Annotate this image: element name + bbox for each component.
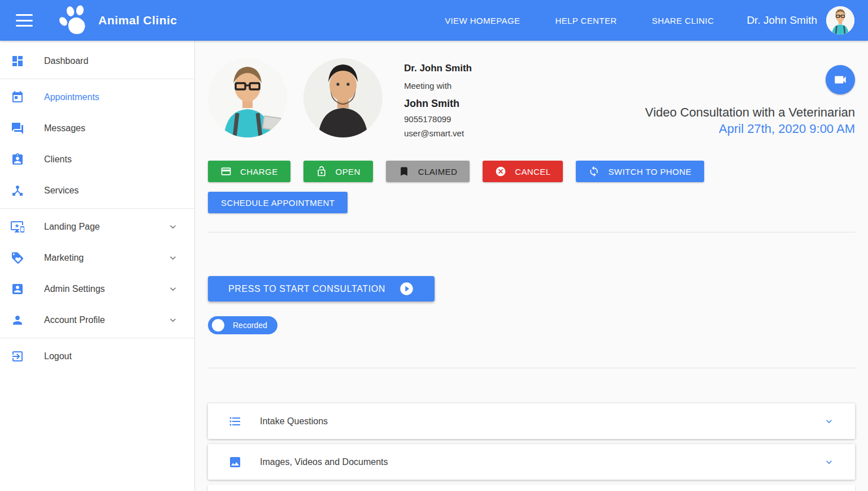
user-avatar[interactable] — [826, 6, 854, 35]
meeting-info: Dr. John Smith Meeting with John Smith 9… — [404, 58, 472, 138]
videocam-icon — [833, 72, 848, 87]
section-intake-questions[interactable]: Intake Questions — [208, 403, 855, 439]
toggle-knob — [212, 319, 224, 331]
button-label: CANCEL — [515, 167, 550, 176]
doctor-avatar — [208, 58, 287, 137]
sidebar-item-label: Messages — [44, 123, 85, 133]
cancel-button[interactable]: CANCEL — [483, 161, 563, 182]
appointment-datetime: April 27th, 2020 9:00 AM — [719, 122, 855, 136]
appointment-header: Dr. John Smith Meeting with John Smith 9… — [208, 58, 855, 138]
claimed-button[interactable]: CLAIMED — [386, 161, 470, 182]
sidebar-item-services[interactable]: Services — [0, 175, 194, 206]
button-label: OPEN — [336, 167, 361, 176]
button-label: PRESS TO START CONSULTATION — [228, 284, 385, 294]
sidebar-item-label: Marketing — [44, 253, 84, 263]
switch-to-phone-button[interactable]: SWITCH TO PHONE — [576, 161, 704, 182]
divider — [208, 368, 855, 368]
brand-name: Animal Clinic — [98, 14, 177, 27]
chevron-down-icon — [167, 283, 179, 295]
image-icon — [228, 455, 242, 469]
toggle-label: Recorded — [233, 321, 267, 330]
schedule-appointment-button[interactable]: SCHEDULE APPOINTMENT — [208, 192, 348, 213]
contact-badge-icon — [11, 153, 24, 166]
sidebar: Dashboard Appointments Messages Clients — [0, 41, 195, 491]
header-user-name[interactable]: Dr. John Smith — [747, 14, 817, 27]
divider — [208, 232, 855, 232]
client-phone: 9055178099 — [404, 114, 472, 124]
action-buttons: CHARGE OPEN CLAIMED CANCEL SWITCH TO PHO… — [208, 161, 855, 182]
account-box-icon — [11, 282, 24, 296]
chevron-down-icon — [167, 315, 179, 326]
sidebar-item-label: Account Profile — [44, 315, 105, 325]
list-icon — [228, 415, 242, 428]
sidebar-item-admin-settings[interactable]: Admin Settings — [0, 273, 194, 304]
sidebar-item-landing-page[interactable]: Landing Page — [0, 211, 194, 242]
divider — [0, 79, 194, 79]
section-label: Images, Videos and Documents — [260, 457, 388, 467]
sidebar-item-label: Admin Settings — [44, 284, 105, 294]
sidebar-item-label: Logout — [44, 351, 72, 361]
doctor-name: Dr. John Smith — [404, 63, 472, 74]
loyalty-tag-icon — [11, 251, 24, 265]
lock-open-icon — [316, 166, 327, 177]
sidebar-item-clients[interactable]: Clients — [0, 144, 194, 175]
client-avatar — [303, 58, 383, 137]
sidebar-item-label: Clients — [44, 154, 72, 165]
main-content: Dr. John Smith Meeting with John Smith 9… — [195, 41, 868, 491]
dashboard-icon — [11, 54, 24, 68]
chevron-down-icon — [823, 456, 835, 468]
devices-star-icon — [11, 220, 24, 234]
chevron-down-icon — [823, 416, 835, 427]
bookmark-icon — [398, 166, 410, 177]
charge-button[interactable]: CHARGE — [208, 161, 290, 182]
logout-icon — [11, 350, 24, 363]
menu-icon[interactable] — [16, 14, 33, 27]
section-label: Intake Questions — [260, 416, 328, 427]
start-consultation-button[interactable]: PRESS TO START CONSULTATION — [208, 276, 435, 302]
divider — [0, 338, 194, 338]
button-label: CHARGE — [240, 167, 278, 176]
open-button[interactable]: OPEN — [303, 161, 373, 182]
sidebar-item-messages[interactable]: Messages — [0, 113, 194, 144]
paw-logo-icon — [58, 5, 93, 36]
calendar-icon — [11, 91, 24, 104]
sidebar-item-label: Appointments — [44, 92, 99, 102]
appointment-title: Video Consultation with a Veterinarian — [645, 105, 855, 120]
sync-icon — [588, 166, 600, 177]
chevron-down-icon — [167, 252, 179, 264]
section-partial-card[interactable] — [208, 485, 855, 491]
divider — [0, 208, 194, 209]
sidebar-item-appointments[interactable]: Appointments — [0, 81, 194, 113]
nav-help-center[interactable]: HELP CENTER — [555, 16, 617, 25]
chevron-down-icon — [167, 221, 179, 232]
sidebar-item-label: Dashboard — [44, 56, 88, 66]
sidebar-item-label: Landing Page — [44, 222, 100, 232]
recorded-toggle[interactable]: Recorded — [208, 316, 277, 334]
meeting-with-label: Meeting with — [404, 81, 472, 91]
nav-view-homepage[interactable]: VIEW HOMEPAGE — [445, 16, 520, 25]
video-call-button[interactable] — [826, 65, 855, 94]
sidebar-item-label: Services — [44, 186, 79, 196]
sidebar-item-account-profile[interactable]: Account Profile — [0, 304, 194, 335]
credit-card-icon — [220, 166, 232, 177]
chat-icon — [11, 122, 24, 135]
person-icon — [11, 313, 24, 327]
cancel-icon — [495, 166, 506, 177]
user-avatar-image — [826, 6, 854, 35]
client-email: user@smart.vet — [404, 128, 472, 138]
sidebar-item-logout[interactable]: Logout — [0, 341, 194, 372]
nav-share-clinic[interactable]: SHARE CLINIC — [652, 16, 714, 25]
hub-icon — [11, 184, 24, 197]
sidebar-item-marketing[interactable]: Marketing — [0, 242, 194, 273]
sidebar-item-dashboard[interactable]: Dashboard — [0, 45, 194, 76]
play-circle-icon — [399, 281, 414, 296]
brand: Animal Clinic — [58, 5, 177, 36]
app-header: Animal Clinic VIEW HOMEPAGE HELP CENTER … — [0, 0, 868, 41]
section-images-videos-documents[interactable]: Images, Videos and Documents — [208, 444, 855, 480]
button-label: SWITCH TO PHONE — [608, 167, 691, 176]
client-name: John Smith — [404, 98, 472, 110]
button-label: CLAIMED — [418, 167, 457, 176]
